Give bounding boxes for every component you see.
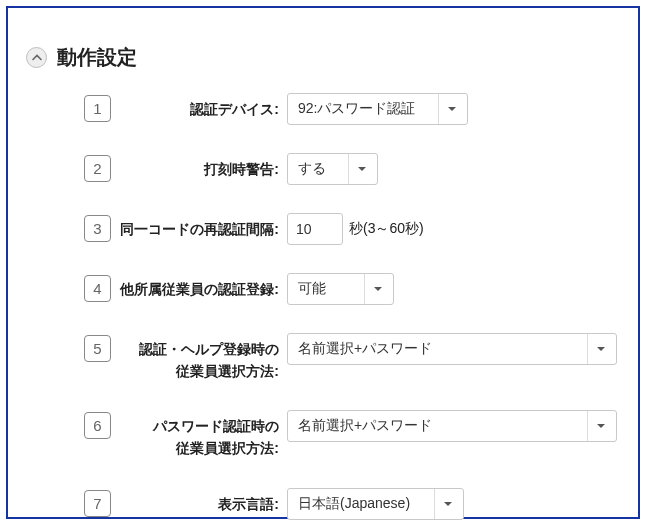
select[interactable]: 名前選択+パスワード [287,333,617,365]
select-value: 名前選択+パスワード [298,417,577,435]
select[interactable]: 可能 [287,273,394,305]
select-caret [587,334,606,364]
row-number-badge: 7 [84,490,111,517]
row-label: 認証・ヘルプ登録時の従業員選択方法: [111,333,287,382]
chevron-down-icon [373,284,383,294]
row-control: 名前選択+パスワード [287,333,638,365]
row-control: 92:パスワード認証 [287,93,638,125]
chevron-down-icon [443,499,453,509]
setting-row: 4他所属従業員の認証登録:可能 [8,273,638,305]
row-number-badge: 3 [84,215,111,242]
input-suffix: 秒(3～60秒) [349,220,424,238]
interval-input[interactable] [287,213,343,245]
setting-row: 1認証デバイス:92:パスワード認証 [8,93,638,125]
row-control: 名前選択+パスワード [287,410,638,442]
row-label: 他所属従業員の認証登録: [111,273,287,301]
select-caret [587,411,606,441]
row-label: 表示言語: [111,488,287,516]
setting-row: 3同一コードの再認証間隔:秒(3～60秒) [8,213,638,245]
row-label: パスワード認証時の従業員選択方法: [111,410,287,459]
select-value: する [298,160,338,178]
chevron-down-icon [357,164,367,174]
select-value: 名前選択+パスワード [298,340,577,358]
row-label: 認証デバイス: [111,93,287,121]
row-number-badge: 5 [84,335,111,362]
row-control: 日本語(Japanese) [287,488,638,520]
setting-row: 6パスワード認証時の従業員選択方法:名前選択+パスワード [8,410,638,459]
settings-panel: 動作設定 1認証デバイス:92:パスワード認証2打刻時警告:する3同一コードの再… [6,6,640,519]
setting-row: 2打刻時警告:する [8,153,638,185]
chevron-up-icon [32,53,42,63]
row-number-badge: 1 [84,95,111,122]
setting-row: 7表示言語:日本語(Japanese) [8,488,638,520]
chevron-down-icon [596,344,606,354]
select-value: 92:パスワード認証 [298,100,428,118]
select-caret [348,154,367,184]
select-caret [438,94,457,124]
select[interactable]: 92:パスワード認証 [287,93,468,125]
settings-rows: 1認証デバイス:92:パスワード認証2打刻時警告:する3同一コードの再認証間隔:… [8,93,638,520]
chevron-down-icon [447,104,457,114]
row-label: 同一コードの再認証間隔: [111,213,287,241]
row-control: 秒(3～60秒) [287,213,638,245]
row-number-badge: 4 [84,275,111,302]
select-value: 日本語(Japanese) [298,495,424,513]
select-value: 可能 [298,280,354,298]
select[interactable]: 名前選択+パスワード [287,410,617,442]
select-caret [364,274,383,304]
section-header: 動作設定 [26,44,638,71]
row-number-badge: 6 [84,412,111,439]
chevron-down-icon [596,421,606,431]
row-number-badge: 2 [84,155,111,182]
row-control: 可能 [287,273,638,305]
setting-row: 5認証・ヘルプ登録時の従業員選択方法:名前選択+パスワード [8,333,638,382]
section-title: 動作設定 [57,44,137,71]
row-label: 打刻時警告: [111,153,287,181]
row-control: する [287,153,638,185]
select[interactable]: する [287,153,378,185]
select[interactable]: 日本語(Japanese) [287,488,464,520]
select-caret [434,489,453,519]
collapse-toggle[interactable] [26,47,47,68]
